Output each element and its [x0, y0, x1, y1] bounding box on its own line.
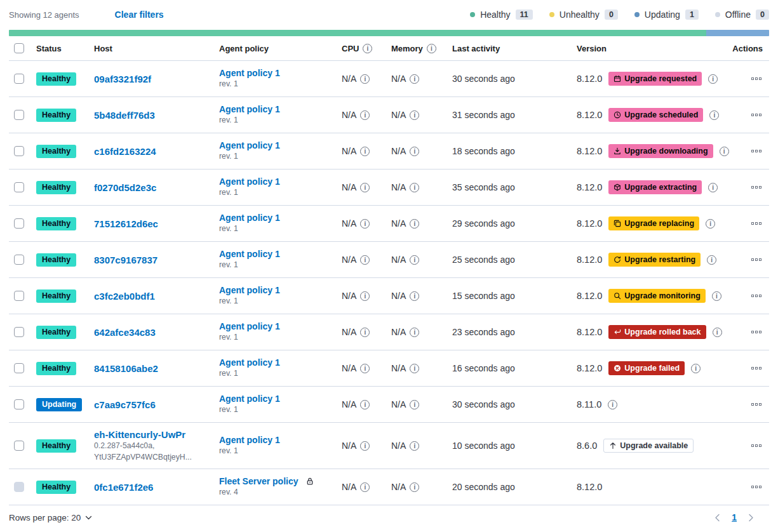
info-icon[interactable] — [360, 291, 370, 301]
memory-cell: N/A — [386, 291, 447, 301]
info-icon[interactable] — [360, 364, 370, 373]
host-link[interactable]: c3fc2eb0bdf1 — [94, 291, 155, 302]
info-icon[interactable] — [713, 328, 722, 337]
row-checkbox[interactable] — [14, 255, 24, 265]
info-icon[interactable] — [360, 183, 370, 192]
info-icon[interactable] — [708, 183, 718, 192]
row-checkbox[interactable] — [14, 441, 24, 451]
host-link[interactable]: 71512612d6ec — [94, 218, 158, 229]
row-checkbox[interactable] — [14, 74, 24, 84]
agent-policy-link[interactable]: Agent policy 1 — [219, 394, 280, 404]
legend-item-unhealthy[interactable]: Unhealthy 0 — [549, 10, 618, 20]
info-icon[interactable] — [363, 44, 372, 53]
info-icon[interactable] — [707, 255, 716, 265]
host-link[interactable]: f0270d5d2e3c — [94, 182, 156, 193]
row-checkbox[interactable] — [14, 363, 24, 373]
host-link[interactable]: 642afce34c83 — [94, 327, 156, 338]
agent-policy-link[interactable]: Agent policy 1 — [219, 140, 280, 150]
boxes-horizontal-icon[interactable] — [750, 292, 763, 300]
row-checkbox[interactable] — [14, 327, 24, 337]
select-all-checkbox[interactable] — [14, 43, 24, 53]
row-checkbox[interactable] — [14, 110, 24, 120]
agent-policy-link[interactable]: Fleet Server policy — [219, 476, 298, 486]
checkbox-cell — [9, 74, 31, 84]
boxes-horizontal-icon[interactable] — [750, 147, 763, 155]
info-icon[interactable] — [706, 219, 715, 229]
next-page-button[interactable] — [748, 514, 754, 522]
row-checkbox[interactable] — [14, 218, 24, 229]
info-icon[interactable] — [427, 44, 436, 53]
host-link[interactable]: 09af3321f92f — [94, 74, 151, 84]
boxes-horizontal-icon[interactable] — [750, 220, 763, 227]
boxes-horizontal-icon[interactable] — [750, 483, 763, 491]
table-footer: Rows per page: 20 1 — [9, 512, 769, 522]
info-icon[interactable] — [410, 328, 419, 337]
boxes-horizontal-icon[interactable] — [750, 256, 763, 263]
info-icon[interactable] — [360, 255, 370, 265]
host-link[interactable]: 0fc1e671f2e6 — [94, 482, 153, 493]
boxes-horizontal-icon[interactable] — [750, 328, 763, 336]
agent-policy-link[interactable]: Agent policy 1 — [219, 285, 280, 295]
info-icon[interactable] — [608, 400, 617, 409]
agent-policy-link[interactable]: Agent policy 1 — [219, 249, 280, 259]
info-icon[interactable] — [720, 147, 729, 156]
info-icon[interactable] — [410, 183, 419, 192]
info-icon[interactable] — [360, 219, 370, 229]
host-link[interactable]: 84158106abe2 — [94, 363, 158, 374]
info-icon[interactable] — [708, 74, 718, 84]
info-icon[interactable] — [360, 74, 370, 84]
host-link[interactable]: c7aa9c757fc6 — [94, 399, 156, 410]
info-icon[interactable] — [712, 291, 721, 301]
boxes-horizontal-icon[interactable] — [750, 401, 763, 408]
info-icon[interactable] — [410, 400, 419, 409]
previous-page-button[interactable] — [714, 514, 720, 522]
info-icon[interactable] — [410, 364, 419, 373]
boxes-horizontal-icon[interactable] — [750, 442, 763, 449]
row-checkbox[interactable] — [14, 399, 24, 409]
info-icon[interactable] — [360, 482, 370, 492]
legend-item-updating[interactable]: Updating 1 — [634, 10, 699, 20]
row-checkbox[interactable] — [14, 182, 24, 192]
agent-policy-link[interactable]: Agent policy 1 — [219, 176, 280, 187]
info-icon[interactable] — [410, 219, 419, 229]
info-icon[interactable] — [709, 110, 719, 120]
agent-policy-link[interactable]: Agent policy 1 — [219, 357, 280, 368]
info-icon[interactable] — [691, 364, 701, 373]
cpu-cell: N/A — [337, 255, 386, 265]
info-icon[interactable] — [360, 400, 370, 409]
info-icon[interactable] — [410, 255, 419, 265]
legend-item-offline[interactable]: Offline 0 — [715, 10, 769, 20]
host-link[interactable]: 8307c9167837 — [94, 255, 158, 265]
info-icon[interactable] — [410, 291, 419, 301]
clear-filters-link[interactable]: Clear filters — [115, 10, 164, 20]
host-link[interactable]: c16fd2163224 — [94, 146, 156, 157]
agent-policy-link[interactable]: Agent policy 1 — [219, 321, 280, 331]
info-icon[interactable] — [410, 147, 419, 156]
legend-item-healthy[interactable]: Healthy 11 — [470, 10, 533, 20]
boxes-horizontal-icon[interactable] — [750, 111, 763, 119]
info-icon[interactable] — [360, 441, 370, 451]
host-link[interactable]: eh-Kittencurly-UwPr — [94, 429, 185, 440]
agent-policy-link[interactable]: Agent policy 1 — [219, 435, 280, 445]
agent-policy-link[interactable]: Agent policy 1 — [219, 104, 280, 114]
upgrade-status-badge: Upgrade failed — [608, 361, 685, 375]
info-icon[interactable] — [360, 328, 370, 337]
agent-policy-link[interactable]: Agent policy 1 — [219, 68, 280, 78]
info-icon[interactable] — [410, 110, 419, 120]
info-icon[interactable] — [360, 110, 370, 120]
last-activity-cell: 25 seconds ago — [447, 255, 572, 265]
boxes-horizontal-icon[interactable] — [750, 183, 763, 191]
row-checkbox[interactable] — [14, 146, 24, 156]
row-checkbox[interactable] — [14, 291, 24, 301]
agent-policy-link[interactable]: Agent policy 1 — [219, 213, 280, 223]
info-icon[interactable] — [410, 74, 419, 84]
info-icon[interactable] — [410, 441, 419, 451]
info-icon[interactable] — [410, 482, 419, 492]
info-icon[interactable] — [360, 147, 370, 156]
page-number-1[interactable]: 1 — [732, 512, 737, 522]
boxes-horizontal-icon[interactable] — [750, 364, 763, 372]
rows-per-page-button[interactable]: Rows per page: 20 — [9, 513, 92, 522]
memory-value: N/A — [391, 146, 406, 156]
boxes-horizontal-icon[interactable] — [750, 75, 763, 83]
host-link[interactable]: 5b48deff76d3 — [94, 110, 155, 121]
